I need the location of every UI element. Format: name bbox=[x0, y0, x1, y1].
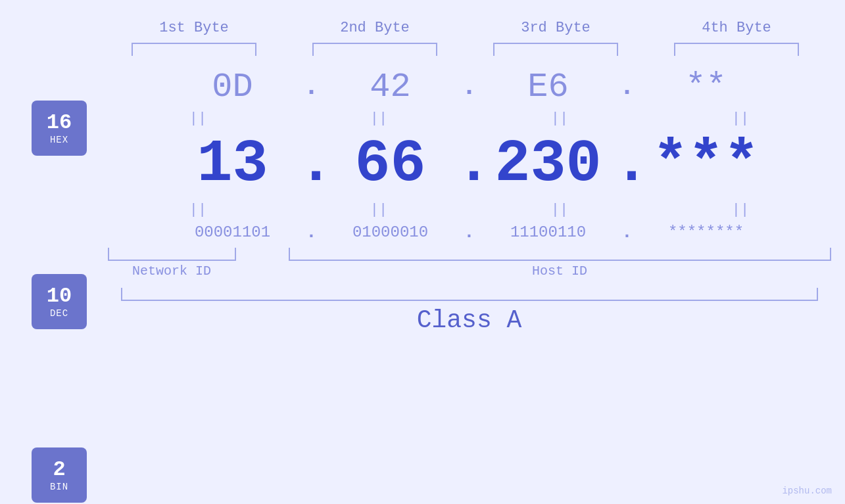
hex-val-2: 42 bbox=[370, 68, 410, 106]
dec-val-4: *** bbox=[652, 131, 759, 198]
dec-dot-3: . bbox=[614, 131, 640, 198]
bracket-top-2 bbox=[312, 43, 437, 56]
eq-3: || bbox=[494, 110, 625, 127]
dec-cell-1: 13 bbox=[167, 131, 299, 198]
bin-cell-3: 11100110 bbox=[483, 223, 614, 241]
content-area: 16 HEX 10 DEC 2 BIN 0D . bbox=[0, 68, 845, 503]
bracket-gap bbox=[236, 248, 262, 261]
dec-badge-num: 10 bbox=[47, 285, 72, 308]
hex-badge-num: 16 bbox=[47, 111, 72, 134]
bin-val-4: ******** bbox=[668, 223, 744, 241]
id-labels-row: Network ID Host ID bbox=[108, 263, 831, 279]
eq2-4: || bbox=[675, 202, 806, 218]
byte-header-1: 1st Byte bbox=[128, 20, 260, 36]
eq-2: || bbox=[313, 110, 445, 127]
bin-cell-1: 00001101 bbox=[167, 223, 299, 241]
hex-cell-3: E6 bbox=[483, 68, 614, 106]
dot-2: . bbox=[456, 72, 483, 102]
network-id-label: Network ID bbox=[108, 263, 236, 279]
hex-badge-label: HEX bbox=[50, 135, 68, 145]
bin-dot-2: . bbox=[456, 222, 483, 242]
eq2-1: || bbox=[132, 202, 264, 218]
bin-cell-4: ******** bbox=[640, 223, 772, 241]
bracket-net bbox=[108, 248, 236, 261]
hex-val-1: 0D bbox=[212, 68, 253, 106]
dec-cell-4: *** bbox=[640, 131, 772, 198]
bin-row: 00001101 . 01000010 . 11100110 . *******… bbox=[108, 222, 831, 242]
dec-val-3: 230 bbox=[495, 131, 601, 198]
bracket-top-3 bbox=[493, 43, 618, 56]
dec-cell-2: 66 bbox=[325, 131, 456, 198]
dec-dot-2: . bbox=[456, 131, 483, 198]
bin-cell-2: 01000010 bbox=[325, 223, 456, 241]
data-rows: 0D . 42 . E6 . ** || || || || bbox=[93, 68, 845, 503]
eq2-2: || bbox=[313, 202, 445, 218]
byte-header-4: 4th Byte bbox=[671, 20, 802, 36]
hex-cell-2: 42 bbox=[325, 68, 456, 106]
bin-dot-3: . bbox=[614, 222, 640, 242]
dec-val-2: 66 bbox=[354, 131, 425, 198]
bin-badge: 2 BIN bbox=[32, 447, 87, 503]
main-container: 1st Byte 2nd Byte 3rd Byte 4th Byte 16 H… bbox=[0, 0, 845, 504]
bin-val-1: 00001101 bbox=[195, 223, 270, 241]
bin-badge-label: BIN bbox=[50, 482, 68, 492]
bin-val-2: 01000010 bbox=[352, 223, 428, 241]
eq-1: || bbox=[132, 110, 264, 127]
gap-1 bbox=[32, 195, 87, 274]
base-labels: 16 HEX 10 DEC 2 BIN bbox=[0, 68, 87, 503]
class-label: Class A bbox=[108, 306, 831, 334]
bracket-top-4 bbox=[674, 43, 799, 56]
dec-badge: 10 DEC bbox=[32, 274, 87, 329]
dot-1: . bbox=[299, 72, 325, 102]
hex-badge: 16 HEX bbox=[32, 101, 87, 156]
dec-row: 13 . 66 . 230 . *** bbox=[108, 131, 831, 198]
hex-cell-4: ** bbox=[640, 68, 772, 106]
bracket-top-1 bbox=[132, 43, 256, 56]
bracket-host bbox=[289, 248, 831, 261]
hex-cell-1: 0D bbox=[167, 68, 299, 106]
dot-3: . bbox=[614, 72, 640, 102]
byte-header-2: 2nd Byte bbox=[309, 20, 441, 36]
class-bracket bbox=[121, 288, 818, 301]
gap-2 bbox=[32, 369, 87, 447]
bin-val-3: 11100110 bbox=[510, 223, 586, 241]
dec-cell-3: 230 bbox=[483, 131, 614, 198]
eq2-3: || bbox=[494, 202, 625, 218]
eq-4: || bbox=[675, 110, 806, 127]
bottom-brackets bbox=[108, 248, 831, 261]
host-id-label: Host ID bbox=[289, 263, 831, 279]
dec-dot-1: . bbox=[299, 131, 325, 198]
dec-badge-label: DEC bbox=[50, 308, 68, 319]
byte-header-3: 3rd Byte bbox=[490, 20, 621, 36]
top-brackets bbox=[104, 43, 827, 56]
equals-row-1: || || || || bbox=[108, 110, 831, 127]
equals-row-2: || || || || bbox=[108, 202, 831, 218]
watermark: ipshu.com bbox=[782, 486, 832, 496]
dec-val-1: 13 bbox=[197, 131, 268, 198]
hex-val-4: ** bbox=[685, 68, 726, 106]
class-bracket-area: Class A bbox=[108, 288, 831, 334]
hex-val-3: E6 bbox=[527, 68, 568, 106]
byte-headers-row: 1st Byte 2nd Byte 3rd Byte 4th Byte bbox=[104, 20, 827, 36]
bin-badge-num: 2 bbox=[53, 458, 65, 481]
bin-dot-1: . bbox=[299, 222, 325, 242]
hex-row: 0D . 42 . E6 . ** bbox=[108, 68, 831, 106]
